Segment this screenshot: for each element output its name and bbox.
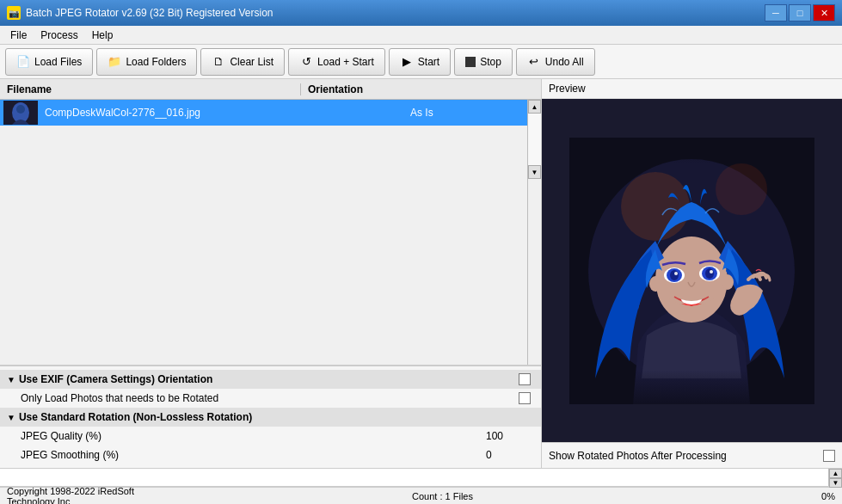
file-list-body[interactable]: CompDeskWalCol-2776__016.jpg As Is ▲ ▼ bbox=[0, 100, 541, 365]
log-scroll-up[interactable]: ▲ bbox=[829, 469, 842, 478]
svg-rect-21 bbox=[569, 138, 814, 163]
file-thumbnail bbox=[3, 101, 38, 125]
file-count-text: Count : 1 Files bbox=[179, 491, 706, 501]
toolbar: 📄 Load Files 📁 Load Folders 🗋 Clear List… bbox=[0, 45, 842, 79]
right-panel: Preview bbox=[542, 79, 842, 468]
svg-point-6 bbox=[716, 163, 767, 215]
main-content: Filename Orientation CompDeskWalCol-2776… bbox=[0, 79, 842, 468]
file-list-container: Filename Orientation CompDeskWalCol-2776… bbox=[0, 79, 541, 366]
table-row[interactable]: CompDeskWalCol-2776__016.jpg As Is bbox=[0, 100, 541, 126]
load-folders-icon: 📁 bbox=[108, 55, 121, 69]
preview-image bbox=[569, 138, 814, 404]
undo-all-button[interactable]: ↩ Undo All bbox=[516, 48, 595, 76]
svg-point-13 bbox=[674, 272, 678, 275]
show-rotated-label: Show Rotated Photos After Processing bbox=[549, 450, 816, 462]
close-button[interactable]: ✕ bbox=[813, 4, 835, 22]
svg-point-12 bbox=[670, 270, 679, 280]
start-button[interactable]: ▶ Start bbox=[389, 48, 451, 76]
menu-process[interactable]: Process bbox=[34, 28, 84, 43]
menu-file[interactable]: File bbox=[3, 28, 34, 43]
preview-bottom: Show Rotated Photos After Processing bbox=[542, 442, 842, 468]
svg-point-2 bbox=[16, 105, 25, 114]
file-list-header: Filename Orientation bbox=[0, 79, 541, 100]
minimize-button[interactable]: ─ bbox=[765, 4, 787, 22]
exif-label: Use EXIF (Camera Settings) Orientation bbox=[19, 373, 519, 385]
settings-jpeg-smoothing-row: JPEG Smoothing (%) 0 bbox=[0, 446, 541, 464]
maximize-button[interactable]: □ bbox=[789, 4, 811, 22]
preview-label: Preview bbox=[542, 79, 842, 99]
load-start-icon: ↺ bbox=[299, 55, 313, 69]
title-bar: 📷 Batch JPEG Rotator v2.69 (32 Bit) Regi… bbox=[0, 0, 842, 26]
settings-rotation-section: ▼ Use Standard Rotation (Non-Lossless Ro… bbox=[0, 408, 541, 427]
scroll-down-arrow[interactable]: ▼ bbox=[528, 165, 541, 179]
svg-point-5 bbox=[621, 172, 690, 241]
file-list-scrollbar[interactable]: ▲ ▼ bbox=[527, 100, 541, 365]
copyright-text: Copyright 1998-2022 iRedSoft Technology … bbox=[7, 486, 179, 505]
app-icon: 📷 bbox=[7, 6, 21, 20]
svg-point-16 bbox=[705, 268, 714, 279]
clear-list-icon: 🗋 bbox=[212, 55, 225, 69]
progress-text: 0% bbox=[706, 491, 835, 501]
stop-icon bbox=[465, 57, 476, 67]
menu-help[interactable]: Help bbox=[85, 28, 120, 43]
svg-rect-20 bbox=[569, 370, 814, 404]
svg-point-17 bbox=[710, 270, 713, 274]
svg-point-18 bbox=[649, 276, 661, 292]
file-name: CompDeskWalCol-2776__016.jpg bbox=[41, 107, 403, 119]
exif-checkbox[interactable] bbox=[519, 373, 531, 385]
scroll-up-arrow[interactable]: ▲ bbox=[528, 100, 541, 114]
log-area: ▲ ▼ bbox=[0, 468, 842, 487]
rotation-label: Use Standard Rotation (Non-Lossless Rota… bbox=[19, 411, 534, 423]
jpeg-quality-value: 100 bbox=[482, 430, 534, 442]
stop-button[interactable]: Stop bbox=[454, 48, 513, 76]
only-load-checkbox[interactable] bbox=[519, 392, 531, 404]
status-bar: Copyright 1998-2022 iRedSoft Technology … bbox=[0, 487, 842, 504]
file-orientation: As Is bbox=[403, 107, 541, 119]
settings-exif-section: ▼ Use EXIF (Camera Settings) Orientation bbox=[0, 370, 541, 389]
log-scrollbar[interactable]: ▲ ▼ bbox=[828, 469, 842, 486]
jpeg-smoothing-label: JPEG Smoothing (%) bbox=[21, 449, 482, 461]
log-scroll-down[interactable]: ▼ bbox=[829, 478, 842, 488]
col-filename-header: Filename bbox=[0, 83, 301, 95]
load-folders-button[interactable]: 📁 Load Folders bbox=[96, 48, 197, 76]
settings-only-load-row: Only Load Photos that needs to be Rotate… bbox=[0, 389, 541, 408]
exif-arrow-icon: ▼ bbox=[7, 375, 15, 384]
preview-area bbox=[542, 99, 842, 442]
start-icon: ▶ bbox=[400, 55, 414, 69]
load-start-button[interactable]: ↺ Load + Start bbox=[288, 48, 385, 76]
undo-all-icon: ↩ bbox=[527, 55, 541, 69]
col-orientation-header: Orientation bbox=[301, 83, 370, 95]
scroll-track bbox=[528, 114, 541, 165]
settings-jpeg-quality-row: JPEG Quality (%) 100 bbox=[0, 427, 541, 446]
show-rotated-checkbox[interactable] bbox=[823, 450, 835, 462]
rotation-arrow-icon: ▼ bbox=[7, 413, 15, 422]
jpeg-quality-label: JPEG Quality (%) bbox=[21, 430, 482, 442]
settings-panel: ▼ Use EXIF (Camera Settings) Orientation… bbox=[0, 366, 541, 468]
load-files-icon: 📄 bbox=[16, 55, 30, 69]
menu-bar: File Process Help bbox=[0, 26, 842, 45]
only-load-label: Only Load Photos that needs to be Rotate… bbox=[21, 392, 519, 404]
clear-list-button[interactable]: 🗋 Clear List bbox=[200, 48, 285, 76]
left-panel: Filename Orientation CompDeskWalCol-2776… bbox=[0, 79, 542, 468]
svg-point-19 bbox=[722, 274, 734, 290]
window-controls: ─ □ ✕ bbox=[765, 4, 835, 22]
window-title: Batch JPEG Rotator v2.69 (32 Bit) Regist… bbox=[26, 7, 765, 19]
jpeg-smoothing-value: 0 bbox=[482, 449, 534, 461]
load-files-button[interactable]: 📄 Load Files bbox=[5, 48, 93, 76]
